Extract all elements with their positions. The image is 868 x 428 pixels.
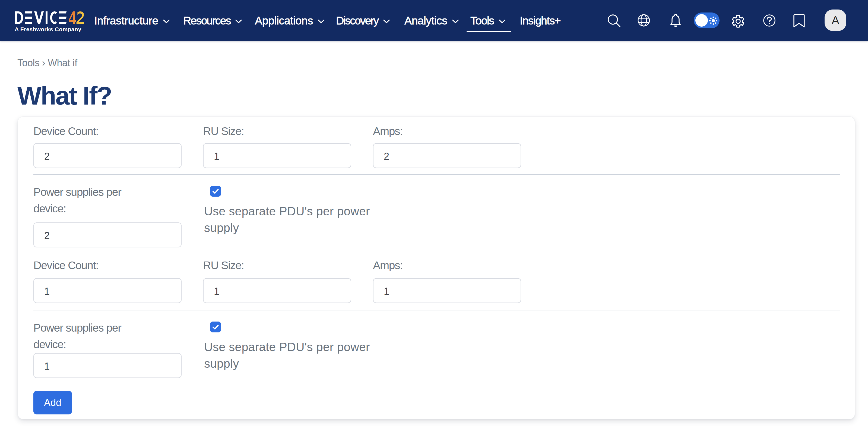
svg-text:A Freshworks Company: A Freshworks Company — [14, 26, 82, 32]
